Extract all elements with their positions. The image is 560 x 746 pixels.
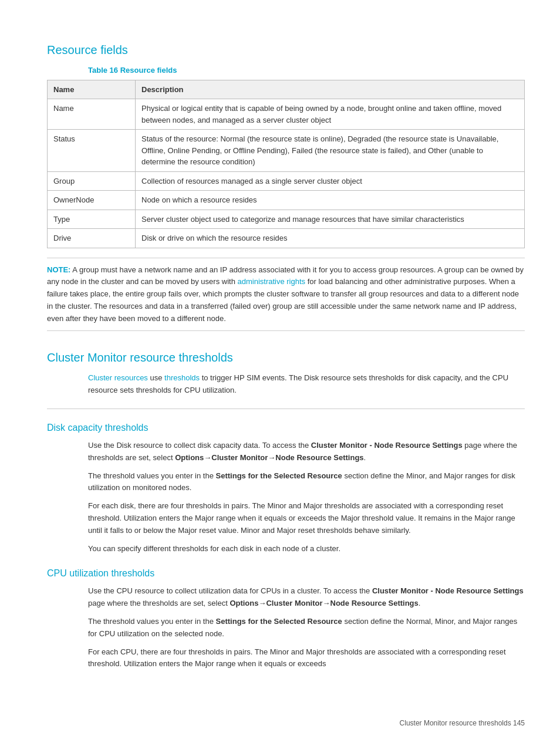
intro-use: use <box>148 373 164 382</box>
row-name: Group <box>48 171 136 191</box>
row-description: Physical or logical entity that is capab… <box>136 99 525 130</box>
disk-paragraph: For each disk, there are four thresholds… <box>88 500 525 536</box>
note-label: NOTE: <box>47 265 70 274</box>
cluster-monitor-intro: Cluster resources use thresholds to trig… <box>88 372 525 397</box>
cpu-utilization-section: CPU utilization thresholds Use the CPU r… <box>47 566 525 670</box>
row-name: Type <box>48 210 136 229</box>
note-box: NOTE: A group must have a network name a… <box>47 258 525 332</box>
disk-paragraph: Use the Disk resource to collect disk ca… <box>88 440 525 464</box>
disk-capacity-section: Disk capacity thresholds Use the Disk re… <box>47 421 525 555</box>
cpu-paragraphs: Use the CPU resource to collect utilizat… <box>47 585 525 670</box>
disk-paragraph: The threshold values you enter in the Se… <box>88 470 525 495</box>
thresholds-link[interactable]: thresholds <box>164 373 200 382</box>
col-header-description: Description <box>136 80 525 99</box>
table-caption: Table 16 Resource fields <box>88 65 525 76</box>
row-name: Drive <box>48 229 136 248</box>
disk-capacity-heading: Disk capacity thresholds <box>47 421 525 435</box>
col-header-name: Name <box>48 80 136 99</box>
cluster-monitor-section: Cluster Monitor resource thresholds Clus… <box>47 349 525 397</box>
table-row: GroupCollection of resources managed as … <box>48 171 525 191</box>
row-description: Collection of resources managed as a sin… <box>136 171 525 191</box>
row-description: Server cluster object used to categorize… <box>136 210 525 229</box>
disk-paragraphs: Use the Disk resource to collect disk ca… <box>47 440 525 555</box>
row-name: Name <box>48 99 136 130</box>
cpu-paragraph: For each CPU, there are four thresholds … <box>88 646 525 671</box>
table-row: StatusStatus of the resource: Normal (th… <box>48 130 525 172</box>
row-description: Disk or drive on which the resource resi… <box>136 229 525 248</box>
table-row: NamePhysical or logical entity that is c… <box>48 99 525 130</box>
resource-fields-section: Resource fields Table 16 Resource fields… <box>47 41 525 248</box>
disk-paragraph: You can specify different thresholds for… <box>88 543 525 555</box>
row-name: Status <box>48 130 136 172</box>
page-footer: Cluster Monitor resource thresholds 145 <box>400 718 525 728</box>
administrative-rights-link[interactable]: administrative rights <box>237 277 305 286</box>
table-row: TypeServer cluster object used to catego… <box>48 210 525 229</box>
resource-fields-heading: Resource fields <box>47 41 525 59</box>
table-row: OwnerNodeNode on which a resource reside… <box>48 191 525 210</box>
row-description: Node on which a resource resides <box>136 191 525 210</box>
cpu-paragraph: Use the CPU resource to collect utilizat… <box>88 585 525 610</box>
cpu-utilization-heading: CPU utilization thresholds <box>47 566 525 580</box>
resource-fields-table: Name Description NamePhysical or logical… <box>47 80 525 248</box>
table-row: DriveDisk or drive on which the resource… <box>48 229 525 248</box>
cluster-resources-link[interactable]: Cluster resources <box>88 373 148 382</box>
cluster-monitor-heading: Cluster Monitor resource thresholds <box>47 349 525 366</box>
section-divider <box>47 409 525 409</box>
row-name: OwnerNode <box>48 191 136 210</box>
row-description: Status of the resource: Normal (the reso… <box>136 130 525 172</box>
cpu-paragraph: The threshold values you enter in the Se… <box>88 616 525 640</box>
